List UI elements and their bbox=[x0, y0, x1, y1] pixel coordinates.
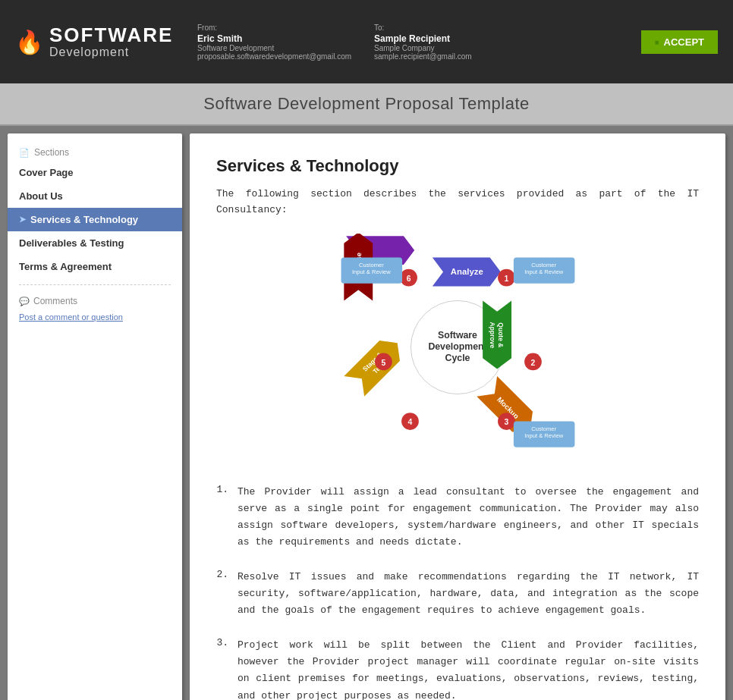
flame-icon: 🔥 bbox=[15, 29, 43, 55]
svg-text:4: 4 bbox=[408, 418, 413, 426]
title-bar: Software Development Proposal Template bbox=[0, 83, 733, 126]
list-item: 3. Project work will be split between th… bbox=[216, 637, 699, 700]
to-name: Sample Recipient bbox=[374, 33, 472, 44]
svg-text:Software: Software bbox=[438, 329, 477, 340]
list-num-2: 2. bbox=[216, 569, 228, 580]
svg-text:Input & Review: Input & Review bbox=[524, 432, 563, 439]
to-email: sample.recipient@gmail.com bbox=[374, 52, 472, 61]
list-num-3: 3. bbox=[216, 637, 228, 648]
section-intro: The following section describes the serv… bbox=[216, 187, 699, 218]
logo-subtitle: Development bbox=[49, 46, 173, 59]
cycle-diagram: Software Development Cycle Analyze 1 Cus… bbox=[216, 234, 699, 461]
svg-text:Input & Review: Input & Review bbox=[524, 268, 563, 275]
content-area: Services & Technology The following sect… bbox=[190, 133, 725, 700]
sidebar-item-terms[interactable]: Terms & Agreement bbox=[8, 255, 182, 278]
svg-text:3: 3 bbox=[505, 418, 509, 426]
list-item: 2. Resolve IT issues and make recommenda… bbox=[216, 569, 699, 619]
list-text-1: The Provider will assign a lead consulta… bbox=[238, 484, 699, 551]
post-comment-link[interactable]: Post a comment or question bbox=[8, 311, 182, 323]
svg-text:Approve: Approve bbox=[489, 322, 496, 348]
sections-label: Sections bbox=[8, 141, 182, 161]
from-to-block: From: Eric Smith Software Development pr… bbox=[197, 24, 472, 61]
cycle-svg: Software Development Cycle Analyze 1 Cus… bbox=[321, 234, 594, 461]
svg-text:6: 6 bbox=[407, 274, 411, 282]
from-company: Software Development bbox=[197, 44, 351, 52]
svg-text:Development: Development bbox=[428, 341, 486, 351]
logo-area: 🔥 SOFTWARE Development bbox=[15, 24, 182, 60]
from-name: Eric Smith bbox=[197, 33, 351, 44]
header-meta: From: Eric Smith Software Development pr… bbox=[182, 24, 718, 61]
sidebar-item-about[interactable]: About Us bbox=[8, 184, 182, 208]
svg-text:1: 1 bbox=[505, 274, 509, 282]
svg-text:Input & Review: Input & Review bbox=[352, 268, 391, 275]
from-block: From: Eric Smith Software Development pr… bbox=[197, 24, 351, 61]
sidebar-divider bbox=[19, 284, 171, 285]
sidebar: Sections Cover Page About Us Services & … bbox=[8, 133, 182, 700]
svg-text:Cycle: Cycle bbox=[445, 353, 470, 363]
to-block: To: Sample Recipient Sample Company samp… bbox=[374, 24, 472, 61]
svg-text:Customer: Customer bbox=[359, 261, 384, 268]
svg-text:5: 5 bbox=[382, 358, 386, 366]
svg-text:Customer: Customer bbox=[531, 261, 556, 268]
sidebar-item-services[interactable]: Services & Technology bbox=[8, 208, 182, 231]
svg-text:Analyze: Analyze bbox=[451, 267, 483, 276]
list-text-3: Project work will be split between the C… bbox=[238, 637, 699, 700]
to-label: To: bbox=[374, 24, 472, 32]
sidebar-item-deliverables[interactable]: Deliverables & Testing bbox=[8, 231, 182, 255]
svg-text:Customer: Customer bbox=[531, 425, 556, 432]
section-title: Services & Technology bbox=[216, 156, 699, 176]
from-email: proposable.softwaredevelopment@gmail.com bbox=[197, 52, 351, 61]
from-label: From: bbox=[197, 24, 351, 32]
sidebar-item-cover[interactable]: Cover Page bbox=[8, 161, 182, 184]
header: 🔥 SOFTWARE Development From: Eric Smith … bbox=[0, 0, 733, 83]
list-text-2: Resolve IT issues and make recommendatio… bbox=[238, 569, 699, 619]
list-num-1: 1. bbox=[216, 484, 228, 495]
list-item: 1. The Provider will assign a lead consu… bbox=[216, 484, 699, 551]
comments-label: Comments bbox=[8, 291, 182, 311]
svg-text:Create: Create bbox=[425, 428, 451, 437]
to-company: Sample Company bbox=[374, 44, 472, 52]
page-title: Software Development Proposal Template bbox=[203, 94, 529, 113]
content-list: 1. The Provider will assign a lead consu… bbox=[216, 484, 699, 700]
svg-text:Quote &: Quote & bbox=[497, 322, 505, 347]
svg-text:2: 2 bbox=[531, 358, 536, 366]
main-layout: Sections Cover Page About Us Services & … bbox=[0, 126, 733, 700]
accept-button[interactable]: ACCEPT bbox=[641, 30, 719, 54]
logo-title: SOFTWARE bbox=[49, 24, 173, 46]
